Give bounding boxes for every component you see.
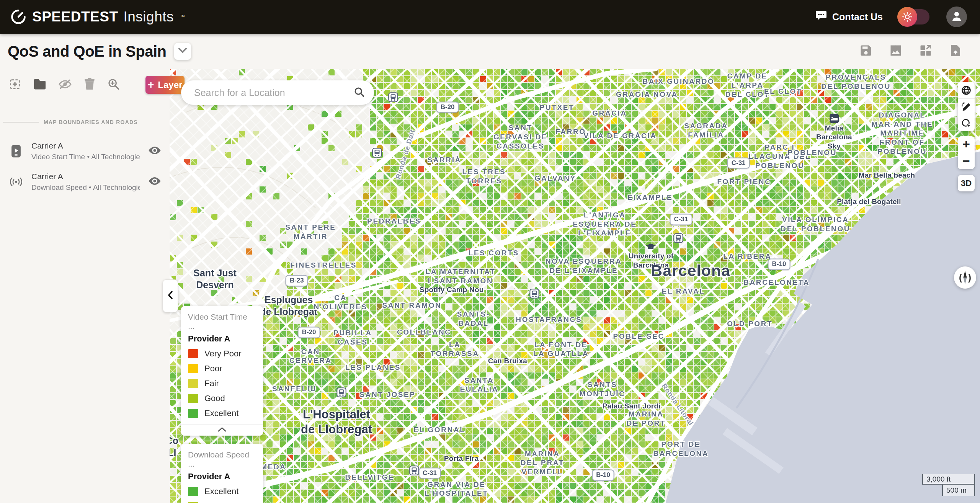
video-icon: [9, 144, 23, 158]
legend-provider: Provider A: [188, 334, 256, 344]
select-button[interactable]: [958, 115, 975, 131]
legend-item: Good: [188, 501, 256, 503]
brand-name: SPEEDTEST: [32, 9, 118, 25]
speedtest-logo[interactable]: SPEEDTEST Insights ™: [10, 8, 185, 25]
threed-group: 3D: [958, 175, 975, 191]
compass-needle-icon: [962, 269, 968, 286]
map-tools-group: [958, 82, 975, 131]
add-layer-button[interactable]: + Layer: [145, 76, 185, 94]
header-bar: SPEEDTEST Insights ™ Contact Us: [0, 0, 980, 34]
brand-suffix: Insights: [124, 9, 174, 25]
legend-item: Poor: [188, 364, 256, 374]
layer-row[interactable]: Carrier AVideo Start Time • All Technolo…: [0, 136, 170, 167]
legend-item: Fair: [188, 379, 256, 389]
sidebar-toolbar: + Layer: [0, 69, 170, 94]
search-bar: [181, 80, 374, 105]
scale-bar: 3,000 ft 500 m: [922, 474, 975, 496]
legend-swatch: [188, 349, 198, 358]
plus-icon: +: [148, 80, 154, 90]
layer-row[interactable]: Carrier ADownload Speed • All Technologi…: [0, 167, 170, 197]
layer-list: Carrier AVideo Start Time • All Technolo…: [0, 136, 170, 197]
globe-button[interactable]: [958, 82, 975, 98]
legend-title: Download Speed ...: [188, 450, 256, 469]
scale-metric: 500 m: [942, 485, 975, 496]
legend-label: Good: [204, 394, 225, 403]
map-canvas[interactable]: [170, 69, 980, 503]
map-area: BAIX GUINARDÓCAMP DEL'ARPADEL CLOTEL CLO…: [170, 69, 980, 503]
legend-label: Very Poor: [204, 349, 242, 359]
folder-button[interactable]: [33, 78, 47, 91]
divider-line: [3, 122, 39, 122]
legend-title: Video Start Time ...: [188, 312, 256, 331]
zoom-out-button[interactable]: −: [958, 153, 975, 169]
rotate-left-icon: (: [959, 273, 962, 282]
zoom-controls: + −: [958, 136, 975, 169]
image-export-button[interactable]: [889, 44, 903, 59]
sun-icon: [897, 7, 917, 27]
layer-text: Carrier ADownload Speed • All Technologi…: [31, 172, 140, 192]
add-layer-label: Layer: [158, 80, 182, 90]
section-label: MAP BOUNDARIES AND ROADS: [44, 119, 138, 125]
brand-trademark: ™: [180, 14, 185, 20]
legend-item: Good: [188, 394, 256, 403]
person-icon: [951, 10, 962, 23]
legend-label: Poor: [204, 364, 222, 374]
visibility-eye-icon[interactable]: [148, 176, 161, 187]
legend-swatch: [188, 487, 198, 496]
sidebar: + Layer MAP BOUNDARIES AND ROADS Carrier…: [0, 69, 170, 503]
chevron-down-icon: [178, 48, 187, 55]
scale-imperial: 3,000 ft: [922, 474, 975, 485]
add-selection-button[interactable]: [8, 78, 21, 92]
zoom-out-label: −: [962, 154, 970, 167]
legend-item: Excellent: [188, 487, 256, 496]
zoom-in-button[interactable]: +: [958, 136, 975, 153]
section-divider: MAP BOUNDARIES AND ROADS: [3, 119, 170, 125]
search-icon[interactable]: [353, 86, 365, 99]
legend-item: Very Poor: [188, 349, 256, 359]
legend-collapse-button[interactable]: [188, 425, 256, 433]
chat-icon: [815, 10, 827, 23]
title-bar: QoS and QoE in Spain: [0, 34, 980, 69]
title-dropdown-button[interactable]: [174, 42, 191, 60]
legend-item: Excellent: [188, 408, 256, 418]
chevron-left-icon: [168, 291, 173, 301]
gauge-icon: [10, 8, 27, 25]
legend-label: Fair: [204, 379, 219, 389]
eye-off-icon[interactable]: [58, 78, 72, 91]
visibility-eye-icon[interactable]: [148, 146, 161, 157]
layer-title: Carrier A: [31, 141, 140, 150]
legend-label: Good: [204, 501, 225, 503]
threed-button[interactable]: 3D: [958, 175, 975, 191]
search-input[interactable]: [193, 87, 353, 99]
layer-subtitle: Download Speed • All Technologies • Medi…: [31, 183, 140, 192]
contact-us-label: Contact Us: [832, 11, 883, 23]
legend-card: Video Start Time ...Provider AVery PoorP…: [181, 306, 263, 436]
legend-label: Excellent: [204, 408, 238, 418]
legend-provider: Provider A: [188, 472, 256, 482]
legend-stack: Video Start Time ...Provider AVery PoorP…: [181, 306, 263, 503]
layout-export-button[interactable]: [919, 44, 933, 59]
layer-title: Carrier A: [31, 172, 140, 181]
save-button[interactable]: [859, 44, 873, 59]
legend-swatch: [188, 379, 198, 388]
layer-text: Carrier AVideo Start Time • All Technolo…: [31, 141, 140, 161]
page-title: QoS and QoE in Spain: [8, 43, 166, 60]
file-upload-button[interactable]: [949, 44, 962, 59]
legend-swatch: [188, 364, 198, 373]
zoom-in-label: +: [962, 137, 970, 150]
collapse-sidebar-button[interactable]: [163, 279, 178, 312]
trash-icon[interactable]: [83, 78, 96, 92]
content-area: + Layer MAP BOUNDARIES AND ROADS Carrier…: [0, 69, 980, 503]
legend-card: Download Speed ...Provider AExcellentGoo…: [181, 444, 263, 503]
rotate-right-icon: ): [968, 273, 971, 282]
contact-us-button[interactable]: Contact Us: [815, 10, 883, 23]
legend-label: Excellent: [204, 487, 238, 496]
avatar-button[interactable]: [946, 7, 967, 27]
draw-button[interactable]: [958, 98, 975, 115]
theme-toggle[interactable]: [900, 9, 929, 24]
layer-subtitle: Video Start Time • All Technologies • Me…: [31, 153, 140, 161]
compass-button[interactable]: ( ): [954, 266, 976, 289]
legend-swatch: [188, 409, 198, 418]
zoom-to-layer-button[interactable]: [107, 78, 120, 92]
signal-icon: [9, 177, 23, 187]
